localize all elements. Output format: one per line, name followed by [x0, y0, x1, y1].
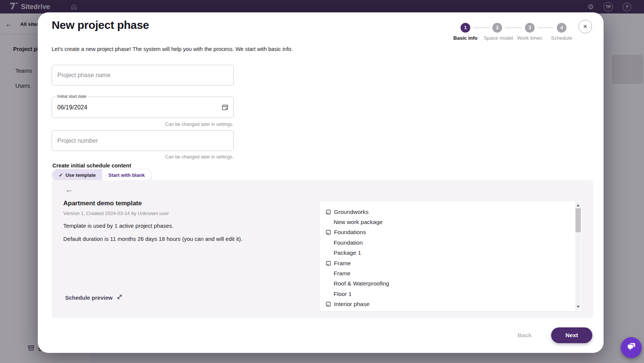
list-item-phase: Interior phase	[320, 299, 582, 309]
phase-icon	[326, 302, 331, 307]
phase-icon	[326, 209, 331, 215]
step-connector	[473, 27, 489, 28]
template-name: Apartment demo template	[63, 200, 142, 207]
list-item: Frame	[320, 268, 582, 278]
project-number-input[interactable]	[52, 130, 234, 151]
list-item-phase: Foundations	[320, 227, 582, 238]
calendar-icon[interactable]	[221, 103, 229, 112]
scrollbar-thumb[interactable]	[575, 208, 581, 232]
template-back-button[interactable]: ←	[65, 185, 73, 194]
step-3-circle: 3	[525, 23, 535, 33]
list-item: Foundation	[320, 238, 582, 248]
scrollbar-up-arrow[interactable]	[577, 204, 580, 206]
next-button[interactable]: Next	[551, 327, 592, 343]
phase-icon	[326, 230, 331, 235]
expand-diagonal-icon	[116, 294, 123, 302]
list-scrollbar[interactable]	[575, 202, 581, 310]
back-button[interactable]: Back	[511, 327, 538, 343]
template-structure-list: Groundworks New work package Foundations…	[320, 201, 582, 311]
dialog-title: New project phase	[52, 19, 149, 31]
dialog-subtitle: Let's create a new project phase! The sy…	[52, 46, 293, 52]
chat-bubbles-icon	[626, 342, 636, 353]
template-duration-line: Default duration is 11 months 26 days 18…	[63, 236, 242, 242]
tab-start-with-blank[interactable]: Start with blank	[102, 169, 151, 181]
list-item-phase: Groundworks	[320, 207, 582, 217]
list-item: Floor 1	[320, 289, 582, 299]
tab-start-with-blank-label: Start with blank	[109, 172, 145, 178]
chat-launcher-button[interactable]	[621, 337, 642, 358]
schedule-content-section-label: Create initial schedule content	[52, 163, 131, 169]
template-usage-line: Template is used by 1 active project pha…	[63, 223, 173, 229]
list-item: Roof & Waterproofing	[320, 279, 582, 289]
initial-start-date-input[interactable]	[52, 97, 233, 118]
step-2-circle: 2	[492, 23, 502, 33]
template-panel: ← Apartment demo template Version 1, Cre…	[52, 180, 593, 318]
list-item-phase: Frame	[320, 258, 582, 268]
project-number-helper-text: Can be changed later in settings.	[52, 154, 234, 160]
app-root: Sitedrive ⚙ TP ? ← All sites Project pl …	[0, 0, 644, 363]
list-item: Package 1	[320, 248, 582, 258]
scrollbar-down-arrow[interactable]	[577, 306, 580, 308]
step-3-label: Work times	[513, 35, 547, 42]
left-arrow-icon: ←	[65, 185, 73, 194]
check-icon: ✓	[59, 172, 63, 178]
start-date-helper-text: Can be changed later in settings.	[52, 122, 234, 127]
step-1-label: Basic info	[448, 35, 483, 42]
schedule-preview-link[interactable]: Schedule preview	[65, 294, 123, 302]
project-phase-name-input[interactable]	[52, 65, 234, 85]
close-icon: ✕	[583, 23, 588, 30]
tab-use-template-label: Use template	[66, 172, 96, 178]
step-connector	[538, 27, 554, 28]
close-button[interactable]: ✕	[578, 20, 592, 33]
new-project-phase-dialog: New project phase ✕ 1 2 3 4 Basic info S…	[38, 12, 604, 353]
phase-icon	[326, 261, 331, 266]
initial-start-date-field[interactable]: Initial start date	[52, 97, 234, 118]
template-structure-rows: Groundworks New work package Foundations…	[320, 201, 582, 309]
template-version-line: Version 1, Created 2024-03-14 by Unknown…	[63, 211, 169, 216]
schedule-preview-label: Schedule preview	[65, 294, 113, 301]
step-4-label: Schedule	[544, 35, 579, 42]
schedule-content-tabs: ✓ Use template Start with blank	[52, 169, 151, 181]
step-connector	[505, 27, 522, 28]
step-2-label: Space model	[480, 35, 514, 42]
tab-use-template[interactable]: ✓ Use template	[52, 169, 102, 181]
step-4-circle: 4	[557, 23, 566, 33]
step-1-circle: 1	[461, 23, 470, 33]
list-item: New work package	[320, 217, 582, 227]
